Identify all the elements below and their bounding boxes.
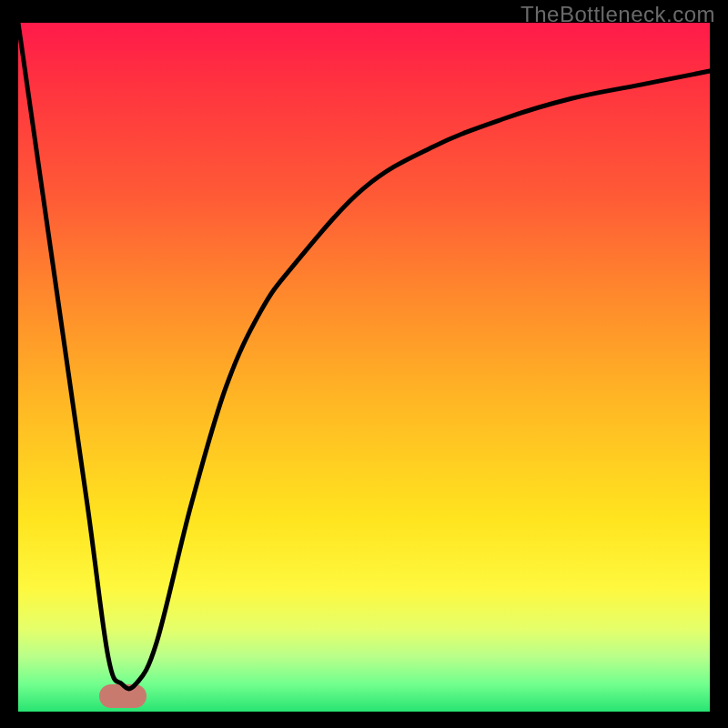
bottleneck-curve (18, 23, 710, 712)
curve-path (18, 23, 710, 689)
chart-frame: TheBottleneck.com (0, 0, 728, 728)
watermark-text: TheBottleneck.com (521, 2, 715, 27)
